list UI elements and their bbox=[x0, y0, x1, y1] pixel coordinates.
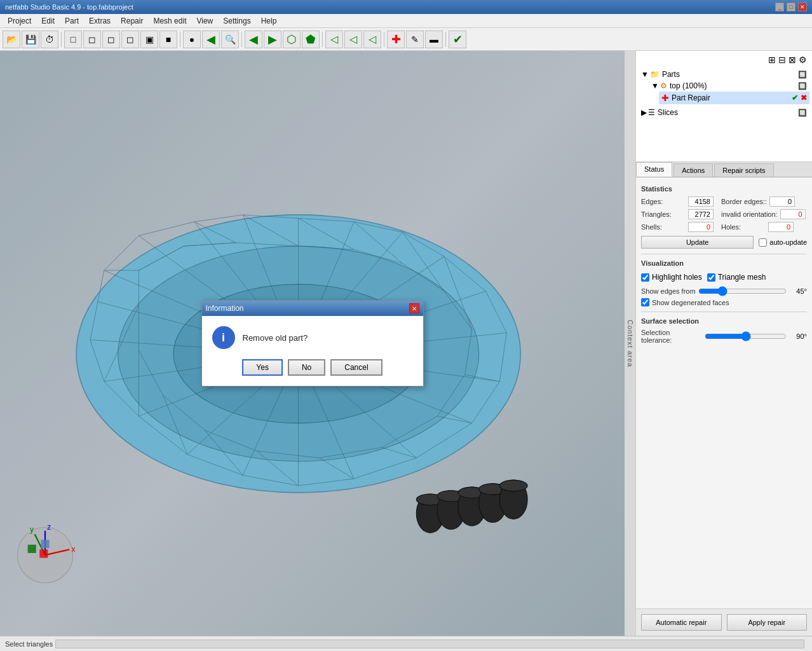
sep6 bbox=[445, 32, 446, 47]
view-btn3[interactable]: ◻ bbox=[102, 31, 120, 48]
selection-tolerance-row: Selection tolerance: 90° bbox=[641, 329, 807, 344]
tree-top-item[interactable]: ▼ ⚙ top (100%) 🔲 bbox=[649, 80, 809, 92]
menu-item-repair[interactable]: Repair bbox=[116, 15, 148, 27]
nav-btn4[interactable]: ⬟ bbox=[302, 31, 320, 48]
show-edges-label: Show edges from bbox=[641, 287, 696, 295]
menu-item-edit[interactable]: Edit bbox=[36, 15, 60, 27]
collapse-all-icon[interactable]: ⊟ bbox=[778, 55, 786, 65]
left-btn[interactable]: ◀ bbox=[202, 31, 220, 48]
line-button[interactable]: ▬ bbox=[425, 31, 443, 48]
collapse-icon: ▼ bbox=[651, 81, 659, 90]
titlebar: netfabb Studio Basic 4.9 - top.fabbproje… bbox=[0, 0, 812, 14]
history-button[interactable]: ⏱ bbox=[41, 31, 58, 48]
menu-item-project[interactable]: Project bbox=[3, 15, 36, 27]
nav-btn7[interactable]: ◁ bbox=[363, 31, 381, 48]
invalid-orient-value: 0 bbox=[780, 209, 806, 219]
view-btn4[interactable]: ◻ bbox=[121, 31, 139, 48]
close-button[interactable]: ✕ bbox=[798, 3, 807, 11]
menubar: ProjectEditPartExtrasRepairMesh editView… bbox=[0, 14, 812, 28]
show-degenerated-row: Show degenerated faces bbox=[641, 298, 807, 306]
part-actions: 🔲 bbox=[798, 81, 807, 90]
tree-parts-folder[interactable]: ▼ 📁 Parts 🔲 bbox=[639, 69, 809, 80]
show-degenerated-checkbox[interactable] bbox=[641, 298, 649, 306]
edges-value: 4158 bbox=[688, 196, 714, 207]
viewport[interactable]: x y z Information ✕ bbox=[0, 51, 625, 636]
highlight-holes-checkbox[interactable] bbox=[641, 273, 649, 282]
tree-part-repair[interactable]: ✚ Part Repair ✔ ✖ bbox=[659, 92, 809, 104]
part-repair-label: Part Repair bbox=[672, 93, 710, 102]
dialog-info-icon: i bbox=[212, 326, 235, 349]
zoom-btn[interactable]: 🔍 bbox=[221, 31, 239, 48]
confirm-button[interactable]: ✔ bbox=[449, 31, 466, 48]
add-button[interactable]: ✚ bbox=[387, 31, 405, 48]
bottom-panel: Status Actions Repair scripts Statistics… bbox=[636, 162, 812, 636]
checkmark-icon[interactable]: ✔ bbox=[792, 93, 798, 102]
tolerance-slider[interactable] bbox=[705, 331, 787, 341]
sep4 bbox=[322, 32, 323, 47]
triangle-mesh-checkbox[interactable] bbox=[707, 273, 715, 282]
holes-label: Holes: bbox=[721, 223, 766, 231]
tab-content: Statistics Edges: 4158 Border edges:: 0 … bbox=[636, 177, 812, 608]
nav-btn1[interactable]: ◀ bbox=[245, 31, 262, 48]
surface-title: Surface selection bbox=[641, 317, 807, 325]
save-button[interactable]: 💾 bbox=[22, 31, 39, 48]
expand-all-icon[interactable]: ⊞ bbox=[768, 55, 776, 65]
nav-btn6[interactable]: ◁ bbox=[344, 31, 362, 48]
dialog-cancel-button[interactable]: Cancel bbox=[330, 359, 382, 376]
dialog-no-button[interactable]: No bbox=[288, 359, 325, 376]
update-row: Update auto-update bbox=[641, 236, 807, 249]
visualization-title: Visualization bbox=[641, 259, 807, 267]
nav-btn3[interactable]: ⬡ bbox=[283, 31, 301, 48]
menu-item-settings[interactable]: Settings bbox=[218, 15, 255, 27]
automatic-repair-button[interactable]: Automatic repair bbox=[641, 614, 722, 631]
tolerance-value: 90° bbox=[789, 332, 807, 340]
apply-repair-button[interactable]: Apply repair bbox=[727, 614, 808, 631]
update-button[interactable]: Update bbox=[641, 236, 754, 249]
tree-slices[interactable]: ▶ ☰ Slices 🔲 bbox=[639, 107, 809, 118]
dialog-overlay: Information ✕ i Remove old part? Yes No … bbox=[0, 51, 625, 636]
tab-status[interactable]: Status bbox=[636, 162, 672, 177]
right-panel-wrapper: Context area ⊞ ⊟ ⊠ ⚙ ▼ 📁 Parts 🔲 bbox=[625, 51, 812, 636]
close-repair-icon[interactable]: ✖ bbox=[801, 93, 807, 102]
highlight-holes-row: Highlight holes bbox=[641, 273, 702, 282]
tab-repair-scripts[interactable]: Repair scripts bbox=[714, 163, 773, 177]
repair-add-icon: ✚ bbox=[661, 93, 669, 103]
top-label: top (100%) bbox=[670, 81, 707, 90]
auto-update-label: auto-update bbox=[759, 238, 807, 247]
settings-tree-icon[interactable]: ⚙ bbox=[799, 55, 807, 65]
menu-item-part[interactable]: Part bbox=[60, 15, 84, 27]
nav-btn2[interactable]: ▶ bbox=[264, 31, 281, 48]
horizontal-scrollbar[interactable] bbox=[55, 640, 804, 648]
dialog-yes-button[interactable]: Yes bbox=[242, 359, 283, 376]
dialog-titlebar: Information ✕ bbox=[202, 301, 423, 316]
auto-update-checkbox[interactable] bbox=[759, 238, 767, 247]
menu-item-mesh-edit[interactable]: Mesh edit bbox=[148, 15, 191, 27]
view-btn5[interactable]: ▣ bbox=[140, 31, 158, 48]
context-area-label: Context area bbox=[625, 51, 636, 636]
triangles-value: 2772 bbox=[688, 209, 714, 219]
sphere-btn[interactable]: ● bbox=[183, 31, 201, 48]
menu-item-help[interactable]: Help bbox=[256, 15, 282, 27]
tab-actions[interactable]: Actions bbox=[673, 163, 713, 177]
edit-button[interactable]: ✎ bbox=[406, 31, 424, 48]
triangles-row: Triangles: 2772 invalid orientation: 0 bbox=[641, 209, 807, 219]
sep5 bbox=[384, 32, 384, 47]
tolerance-label: Selection tolerance: bbox=[641, 329, 702, 344]
view-btn1[interactable]: □ bbox=[64, 31, 82, 48]
filter-icon[interactable]: ⊠ bbox=[788, 55, 796, 65]
show-edges-value: 45° bbox=[789, 287, 807, 295]
open-button[interactable]: 📂 bbox=[3, 31, 20, 48]
show-edges-slider[interactable] bbox=[698, 286, 787, 296]
menu-item-view[interactable]: View bbox=[191, 15, 218, 27]
titlebar-controls[interactable]: _ □ ✕ bbox=[775, 3, 807, 11]
dialog-close-button[interactable]: ✕ bbox=[409, 303, 419, 313]
maximize-button[interactable]: □ bbox=[787, 3, 795, 11]
view-btn6[interactable]: ■ bbox=[159, 31, 177, 48]
minimize-button[interactable]: _ bbox=[775, 3, 784, 11]
view-btn2[interactable]: ◻ bbox=[83, 31, 101, 48]
shells-row: Shells: 0 Holes: 0 bbox=[641, 222, 807, 232]
main-area: x y z Information ✕ bbox=[0, 51, 812, 636]
nav-btn5[interactable]: ◁ bbox=[325, 31, 343, 48]
menu-item-extras[interactable]: Extras bbox=[84, 15, 116, 27]
edges-row: Edges: 4158 Border edges:: 0 bbox=[641, 196, 807, 207]
